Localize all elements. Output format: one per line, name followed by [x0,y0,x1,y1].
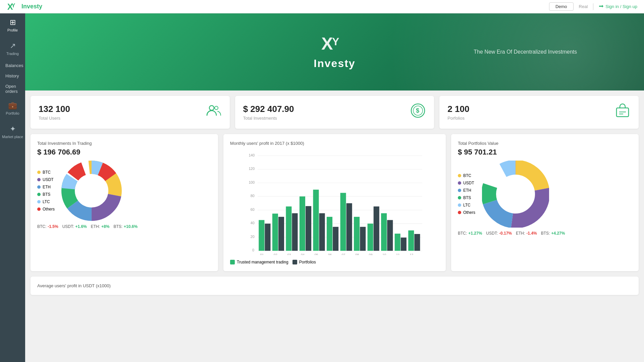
sidebar-sub-history[interactable]: History [0,71,25,81]
bstat-btc: BTC: -1.5% [37,224,58,229]
bar-chart-svg: 0 20 40 60 80 100 120 140 [230,148,439,255]
investments-chart-value: $ 196 706.69 [37,148,211,157]
legend-portfolios-label: Portfolios [299,260,316,264]
svg-rect-55 [395,234,400,251]
bar-chart-card: Monthly users' profit in 2017 (x $1000) … [223,134,446,271]
svg-text:03: 03 [287,253,291,255]
svg-text:04: 04 [301,253,305,255]
demo-button[interactable]: Demo [549,2,574,11]
svg-point-5 [215,106,218,110]
signin-link[interactable]: ⮕ Sign in / Sign up [599,4,637,10]
svg-rect-57 [408,230,414,251]
svg-rect-52 [374,206,379,251]
stat-portfolios: 2 100 Porfolios [439,96,639,129]
bstat-bts: BTS: +10.6% [113,224,138,229]
svg-text:X: X [321,35,333,53]
svg-text:140: 140 [249,153,255,157]
real-label: Real [579,4,588,9]
sidebar-sub-open-orders[interactable]: Open orders [0,81,25,97]
svg-rect-47 [340,193,346,251]
trading-icon: ↗ [10,42,16,50]
investments-pie-card: Total Investments In Trading $ 196 706.6… [31,134,218,271]
svg-rect-35 [259,220,264,251]
legend-bts: BTS [37,192,55,197]
legend-ltc: LTC [37,199,55,204]
svg-rect-38 [278,217,284,251]
sidebar-label-profile: Profile [7,28,18,32]
svg-rect-58 [414,234,420,251]
investments-bottom-stats: BTC: -1.5% USDT: +1.6% ETH: +8% BTS: +10… [37,224,211,229]
portfolios-pie-area: BTC USDT ETH BTS [458,161,632,228]
svg-text:07: 07 [342,253,345,255]
divider [593,3,593,10]
legend-btc: BTC [37,170,55,175]
svg-rect-49 [354,217,360,251]
stat-users-label: Total Users [39,116,70,121]
portfolios-pie-card: Total Portfolios Value $ 95 701.21 BTC U… [451,134,639,271]
bar-chart-area: 0 20 40 60 80 100 120 140 [230,148,439,256]
logo-text: Investy [21,3,42,10]
svg-text:0: 0 [252,248,254,252]
hero-title: Investy [314,57,355,70]
bstat-eth: ETH: +8% [91,224,110,229]
svg-rect-36 [265,224,271,251]
port-bstat-btc: BTC: +1.27% [458,231,482,236]
sidebar-item-profile[interactable]: ⊞ Profile [0,13,25,37]
svg-text:40: 40 [251,221,255,225]
svg-text:Y: Y [332,36,339,48]
svg-text:60: 60 [251,207,255,212]
svg-text:05: 05 [315,253,318,255]
port-legend-others: Others [458,210,475,215]
hero-banner: X Y Investy The New Era Of Decentralized… [25,13,644,90]
svg-rect-44 [319,213,325,251]
investments-chart-title: Total Investments In Trading [37,141,211,146]
svg-rect-39 [286,206,291,251]
svg-rect-41 [300,196,305,251]
svg-rect-46 [333,227,338,251]
legend-trusted-label: Trusted management trading [237,260,288,264]
svg-text:20: 20 [251,235,255,239]
investments-legend: BTC USDT ETH BTS [37,170,55,212]
port-bstat-usdt: USDT: -0.17% [486,231,512,236]
legend-usdt: USDT [37,177,55,182]
svg-rect-54 [387,220,393,251]
sidebar-label-trading: Trading [6,52,19,56]
legend-trusted: Trusted management trading [230,260,288,264]
svg-rect-56 [401,238,407,251]
users-icon [206,103,222,122]
sidebar-item-trading[interactable]: ↗ Trading [0,37,25,60]
port-legend-ltc: LTC [458,203,475,207]
sidebar-sub-balances[interactable]: Balances [0,60,25,71]
legend-dot-bts [37,193,41,196]
stat-total-investments: $ 292 407.90 Total Investments $ [235,96,434,129]
port-legend-bts: BTS [458,195,475,200]
sidebar-item-marketplace[interactable]: ✦ Market place [0,120,25,143]
svg-text:01: 01 [260,253,264,255]
portfolios-icon [614,103,631,122]
svg-rect-43 [313,190,319,251]
portfolios-chart-title: Total Portfolios Value [458,141,632,146]
legend-dot-btc [37,171,41,174]
stats-row: 132 100 Total Users $ 292 407.90 [25,90,644,134]
svg-text:12: 12 [410,253,414,255]
profile-icon: ⊞ [10,18,16,27]
legend-dot-portfolios [292,260,297,264]
legend-dot-usdt [37,178,41,181]
stat-users-value: 132 100 [39,104,70,114]
svg-rect-51 [368,224,373,251]
stat-total-users: 132 100 Total Users [31,96,230,129]
svg-point-4 [209,106,214,110]
port-legend-usdt: USDT [458,181,475,185]
main-content: X Y Investy The New Era Of Decentralized… [25,13,644,362]
portfolios-bottom-stats: BTC: +1.27% USDT: -0.17% ETH: -1.4% BTS:… [458,231,632,236]
portfolio-icon: 💼 [8,101,17,110]
hero-logo-icon: X Y [321,35,348,55]
legend-dot-others [37,207,41,211]
svg-text:$: $ [416,107,419,114]
svg-text:100: 100 [249,180,255,184]
port-bstat-eth: ETH: -1.4% [516,231,537,236]
svg-text:80: 80 [251,194,255,198]
sidebar-item-portfolio[interactable]: 💼 Portfolio [0,97,25,120]
investments-pie-area: BTC USDT ETH BTS [37,161,211,221]
logo: X Y Investy [7,1,42,13]
